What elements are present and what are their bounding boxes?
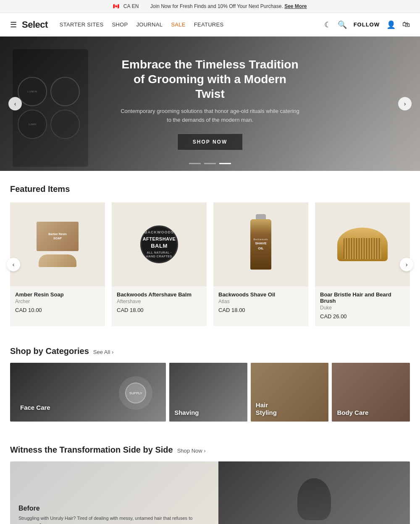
hair-styling-bg: HairStyling (251, 363, 329, 422)
hamburger-menu[interactable]: ☰ (10, 20, 17, 29)
oil-label: Backwoods SHAVE OIL (252, 236, 270, 252)
chevron-left-icon: ‹ (14, 100, 16, 107)
product-brand-2: Aftershave (117, 299, 202, 304)
product-image-4 (315, 202, 410, 286)
banner-text: Join Now for Fresh Finds and 10% Off You… (150, 3, 283, 9)
product-info-3: Backwoods Shave Oil Atlas CAD 18.00 (213, 286, 308, 320)
hero-dots (189, 163, 231, 164)
face-care-jar: SUPPLY (119, 376, 152, 410)
chevron-left-icon: ‹ (13, 261, 15, 268)
jar-label: SUPPLY (125, 383, 146, 403)
locale-lang[interactable]: EN (132, 3, 139, 9)
body-care-bg: Body Care (332, 363, 410, 422)
product-name-4: Boar Bristle Hair and Beard Brush (320, 291, 405, 304)
hero-content: Embrace the Timeless Tradition of Groomi… (109, 57, 311, 151)
witness-section: Witness the Transformation Side by Side … (0, 435, 420, 524)
product-card-2[interactable]: BACKWOODS AFTERSHAVE BALM ALL NATURAL · … (112, 202, 207, 326)
oil-bottle-body: Backwoods SHAVE OIL (250, 219, 271, 270)
after-hair-silhouette (297, 478, 331, 520)
hero-dot-1[interactable] (189, 163, 201, 164)
products-next-button[interactable]: › (400, 258, 413, 271)
body-care-label: Body Care (337, 409, 368, 417)
category-face-care[interactable]: SUPPLY Face Care (10, 363, 166, 422)
nav-journal[interactable]: JOURNAL (136, 21, 163, 28)
product-info-4: Boar Bristle Hair and Beard Brush Duke C… (315, 286, 410, 326)
product-info-2: Backwoods Aftershave Balm Aftershave CAD… (112, 286, 207, 320)
product-image-1: Barber ResinSOAP (10, 202, 105, 286)
product-price-2: CAD 18.00 (117, 307, 202, 313)
see-more-link[interactable]: See More (284, 3, 307, 9)
hero-next-button[interactable]: › (398, 97, 412, 110)
category-body-care[interactable]: Body Care (332, 363, 410, 422)
category-hair-styling[interactable]: HairStyling (251, 363, 329, 422)
oil-bottle-cap (256, 214, 266, 219)
user-icon[interactable]: 👤 (386, 20, 396, 29)
shaving-bg: Shaving (169, 363, 247, 422)
soap-box: Barber ResinSOAP (37, 222, 79, 251)
hero-dot-3[interactable] (219, 163, 231, 164)
product-price-1: CAD 10.00 (15, 307, 100, 313)
products-prev-button[interactable]: ‹ (7, 258, 20, 271)
hero-cta-button[interactable]: SHOP NOW (177, 134, 243, 150)
chevron-right-icon: › (404, 100, 406, 107)
dark-mode-icon[interactable]: ☾ (324, 20, 331, 29)
face-care-label: Face Care (20, 404, 50, 411)
hero-subtitle: Contemporary grooming solutions that hon… (118, 107, 302, 125)
main-nav: STARTER SITES SHOP JOURNAL SALE FEATURES (60, 21, 224, 28)
search-icon[interactable]: 🔍 (338, 20, 347, 29)
hero-title: Embrace the Timeless Tradition of Groomi… (118, 57, 302, 101)
product-image-2: BACKWOODS AFTERSHAVE BALM ALL NATURAL · … (112, 202, 207, 286)
header-right: ☾ 🔍 FOLLOW 👤 🛍 (324, 20, 410, 29)
hair-styling-label: HairStyling (256, 401, 277, 417)
face-care-bg: SUPPLY Face Care (10, 363, 166, 422)
flag-icon: 🇨🇦 (113, 3, 119, 9)
product-name-2: Backwoods Aftershave Balm (117, 291, 202, 298)
product-card-3[interactable]: Backwoods SHAVE OIL Backwoods Shave Oil … (213, 202, 308, 326)
brush-body (337, 228, 388, 261)
nav-sale[interactable]: SALE (171, 21, 185, 28)
top-banner: 🇨🇦 CA EN Join Now for Fresh Finds and 10… (0, 0, 420, 13)
soap-product-visual: Barber ResinSOAP (37, 222, 79, 267)
see-all-link[interactable]: See All (93, 349, 113, 355)
product-name-3: Backwoods Shave Oil (218, 291, 303, 298)
cart-icon[interactable]: 🛍 (402, 20, 410, 29)
product-info-1: Amber Resin Soap Archer CAD 10.00 (10, 286, 105, 320)
product-brand-4: Duke (320, 305, 405, 311)
products-carousel: Barber ResinSOAP Amber Resin Soap Archer… (10, 202, 410, 326)
header-left: ☰ Select STARTER SITES SHOP JOURNAL SALE… (10, 19, 223, 30)
product-card-1[interactable]: Barber ResinSOAP Amber Resin Soap Archer… (10, 202, 105, 326)
hero-prev-button[interactable]: ‹ (8, 97, 22, 110)
product-price-3: CAD 18.00 (218, 307, 303, 313)
featured-items-title: Featured Items (10, 184, 410, 194)
witness-header: Witness the Transformation Side by Side … (10, 445, 410, 455)
before-text: Struggling with Unruly Hair? Tired of de… (18, 515, 210, 524)
witness-title: Witness the Transformation Side by Side (10, 445, 173, 455)
balm-label: BACKWOODS AFTERSHAVE BALM ALL NATURAL · … (139, 227, 179, 262)
after-image (218, 461, 410, 524)
follow-button[interactable]: FOLLOW (354, 21, 380, 28)
featured-items-section: Featured Items ‹ Barber ResinSOAP Amber … (0, 171, 420, 340)
witness-comparison: Before Struggling with Unruly Hair? Tire… (10, 461, 410, 524)
product-card-4[interactable]: Boar Bristle Hair and Beard Brush Duke C… (315, 202, 410, 326)
witness-shop-now-link[interactable]: Shop Now (177, 448, 206, 454)
locale-ca[interactable]: CA (123, 3, 131, 9)
hero-dot-2[interactable] (204, 163, 216, 164)
face-care-content: SUPPLY Face Care (15, 368, 161, 417)
brush-visual (337, 228, 388, 261)
shaving-label: Shaving (174, 409, 199, 417)
product-brand-3: Atlas (218, 299, 303, 304)
product-name-1: Amber Resin Soap (15, 291, 100, 298)
witness-after (218, 461, 410, 524)
nav-shop[interactable]: SHOP (112, 21, 128, 28)
nav-features[interactable]: FEATURES (194, 21, 224, 28)
header: ☰ Select STARTER SITES SHOP JOURNAL SALE… (0, 13, 420, 37)
hero-product-cans: LUMIN LUMIN (13, 49, 88, 167)
site-logo[interactable]: Select (22, 19, 48, 30)
chevron-right-icon: › (406, 261, 408, 268)
hero-banner: LUMIN LUMIN Embrace the Timeless Traditi… (0, 37, 420, 171)
nav-starter-sites[interactable]: STARTER SITES (60, 21, 104, 28)
category-shaving[interactable]: Shaving (169, 363, 247, 422)
products-carousel-wrapper: ‹ Barber ResinSOAP Amber Resin Soap Arch… (10, 202, 410, 326)
soap-bar (39, 254, 76, 267)
categories-grid: SUPPLY Face Care Shaving HairStyling (10, 363, 410, 422)
